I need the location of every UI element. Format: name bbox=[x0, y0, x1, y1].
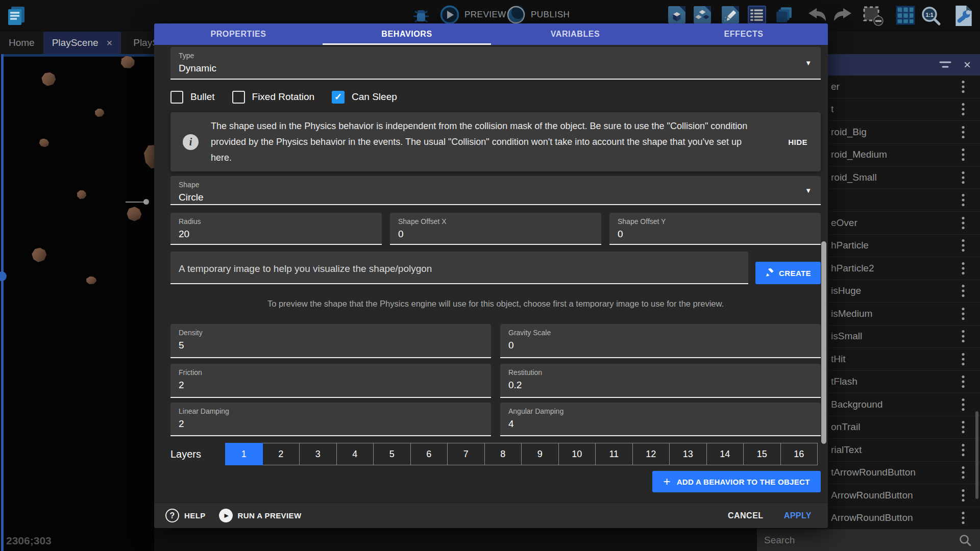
shape-dropdown[interactable]: Shape Circle bbox=[170, 176, 821, 205]
undo-button[interactable] bbox=[806, 7, 828, 22]
object-search-bar[interactable]: Search bbox=[757, 530, 980, 551]
pages-menu-icon bbox=[6, 5, 27, 27]
create-button[interactable]: CREATE bbox=[755, 262, 821, 284]
asteroid-sprite[interactable] bbox=[125, 205, 144, 223]
run-preview-button[interactable]: RUN A PREVIEW bbox=[219, 509, 315, 522]
layer-button-10[interactable]: 10 bbox=[558, 443, 596, 465]
asteroid-sprite[interactable] bbox=[95, 109, 104, 117]
layer-button-15[interactable]: 15 bbox=[743, 443, 781, 465]
kebab-menu-icon[interactable] bbox=[962, 193, 965, 207]
linear-damping-field[interactable]: Linear Damping 2 bbox=[170, 403, 491, 436]
redo-button[interactable] bbox=[832, 7, 853, 22]
kebab-menu-icon[interactable] bbox=[962, 420, 965, 434]
open-layers-button[interactable] bbox=[775, 6, 793, 24]
layer-button-8[interactable]: 8 bbox=[484, 443, 522, 465]
can-sleep-checkbox[interactable]: Can Sleep bbox=[332, 91, 397, 104]
tab-behaviors[interactable]: BEHAVIORS bbox=[323, 23, 491, 45]
kebab-menu-icon[interactable] bbox=[962, 284, 965, 297]
kebab-menu-icon[interactable] bbox=[962, 307, 965, 320]
kebab-menu-icon[interactable] bbox=[962, 443, 965, 457]
layer-button-1[interactable]: 1 bbox=[225, 443, 263, 465]
kebab-menu-icon[interactable] bbox=[962, 511, 965, 524]
close-panel-icon[interactable] bbox=[964, 59, 971, 71]
gravity-scale-label: Gravity Scale bbox=[508, 329, 813, 337]
help-button[interactable]: HELP bbox=[165, 509, 219, 522]
asteroid-sprite[interactable] bbox=[77, 190, 86, 199]
filter-icon[interactable] bbox=[939, 60, 951, 69]
asteroid-sprite[interactable] bbox=[120, 55, 135, 69]
layer-button-12[interactable]: 12 bbox=[632, 443, 670, 465]
edit-scene-button[interactable] bbox=[721, 6, 740, 24]
gizmo-handle[interactable] bbox=[143, 199, 149, 205]
project-settings-button[interactable] bbox=[953, 5, 974, 27]
kebab-menu-icon[interactable] bbox=[962, 489, 965, 502]
shape-offset-y-field[interactable]: Shape Offset Y 0 bbox=[609, 213, 821, 245]
friction-field[interactable]: Friction 2 bbox=[170, 364, 491, 398]
project-manager-button[interactable] bbox=[6, 5, 27, 27]
preview-button[interactable]: PREVIEW bbox=[440, 5, 506, 24]
layer-button-9[interactable]: 9 bbox=[521, 443, 559, 465]
layer-button-11[interactable]: 11 bbox=[595, 443, 633, 465]
kebab-menu-icon[interactable] bbox=[962, 239, 965, 252]
layer-button-6[interactable]: 6 bbox=[410, 443, 448, 465]
asteroid-sprite[interactable] bbox=[41, 71, 57, 87]
radius-field[interactable]: Radius 20 bbox=[170, 213, 382, 245]
dialog-scrollbar[interactable] bbox=[821, 241, 826, 444]
kebab-menu-icon[interactable] bbox=[962, 148, 965, 161]
kebab-menu-icon[interactable] bbox=[962, 353, 965, 366]
cancel-button[interactable]: CANCEL bbox=[728, 511, 764, 520]
tab-playscene[interactable]: PlayScene bbox=[43, 32, 121, 54]
kebab-menu-icon[interactable] bbox=[962, 171, 965, 184]
bullet-checkbox[interactable]: Bullet bbox=[170, 91, 215, 104]
asteroid-sprite[interactable] bbox=[38, 137, 50, 148]
close-tab-icon[interactable] bbox=[107, 38, 113, 48]
scene-canvas[interactable]: 2306;303 bbox=[0, 54, 154, 551]
kebab-menu-icon[interactable] bbox=[962, 262, 965, 275]
kebab-menu-icon[interactable] bbox=[962, 330, 965, 343]
asteroid-sprite[interactable] bbox=[86, 277, 96, 284]
preview-hint-text: To preview the shape that the Physics en… bbox=[170, 299, 821, 309]
zoom-one-to-one-icon: 1:1 bbox=[920, 5, 942, 27]
type-dropdown[interactable]: Type Dynamic bbox=[170, 47, 821, 80]
tab-properties[interactable]: PROPERTIES bbox=[154, 23, 323, 45]
tab-variables[interactable]: VARIABLES bbox=[491, 23, 659, 45]
kebab-menu-icon[interactable] bbox=[962, 398, 965, 411]
layer-button-14[interactable]: 14 bbox=[706, 443, 744, 465]
kebab-menu-icon[interactable] bbox=[962, 375, 965, 388]
layer-button-16[interactable]: 16 bbox=[780, 443, 818, 465]
temporary-image-field[interactable]: A temporary image to help you visualize … bbox=[170, 252, 748, 284]
hide-button[interactable]: HIDE bbox=[788, 138, 807, 146]
kebab-menu-icon[interactable] bbox=[962, 80, 965, 93]
shape-offset-x-field[interactable]: Shape Offset X 0 bbox=[390, 213, 601, 245]
apply-button[interactable]: APPLY bbox=[784, 511, 812, 520]
panel-scrollbar[interactable] bbox=[975, 411, 978, 499]
layer-button-13[interactable]: 13 bbox=[669, 443, 707, 465]
shape-value: Circle bbox=[179, 192, 813, 203]
asteroid-sprite[interactable] bbox=[31, 246, 48, 263]
zoom-reset-button[interactable]: 1:1 bbox=[920, 5, 942, 27]
layer-button-4[interactable]: 4 bbox=[336, 443, 374, 465]
kebab-menu-icon[interactable] bbox=[962, 103, 965, 116]
fixed-rotation-checkbox[interactable]: Fixed Rotation bbox=[232, 91, 315, 104]
layer-button-5[interactable]: 5 bbox=[373, 443, 411, 465]
density-field[interactable]: Density 5 bbox=[170, 324, 491, 358]
tab-effects[interactable]: EFFECTS bbox=[659, 23, 828, 45]
layer-button-3[interactable]: 3 bbox=[299, 443, 337, 465]
edit-object-button[interactable] bbox=[668, 6, 686, 24]
restitution-field[interactable]: Restitution 0.2 bbox=[500, 364, 821, 398]
kebab-menu-icon[interactable] bbox=[962, 126, 965, 139]
angular-damping-field[interactable]: Angular Damping 4 bbox=[500, 403, 821, 436]
debug-button[interactable] bbox=[411, 7, 431, 24]
add-behavior-button[interactable]: ADD A BEHAVIOR TO THE OBJECT bbox=[652, 471, 821, 492]
edit-objects-group-button[interactable] bbox=[693, 6, 712, 24]
tab-home[interactable]: Home bbox=[0, 32, 43, 54]
toggle-grid-button[interactable] bbox=[896, 6, 915, 25]
layer-button-2[interactable]: 2 bbox=[262, 443, 300, 465]
gravity-scale-field[interactable]: Gravity Scale 0 bbox=[500, 324, 821, 358]
layer-button-7[interactable]: 7 bbox=[447, 443, 485, 465]
edit-events-button[interactable] bbox=[748, 6, 766, 24]
kebab-menu-icon[interactable] bbox=[962, 216, 965, 230]
publish-button[interactable]: PUBLISH bbox=[506, 5, 570, 24]
clear-selection-button[interactable] bbox=[863, 6, 885, 26]
kebab-menu-icon[interactable] bbox=[962, 466, 965, 479]
